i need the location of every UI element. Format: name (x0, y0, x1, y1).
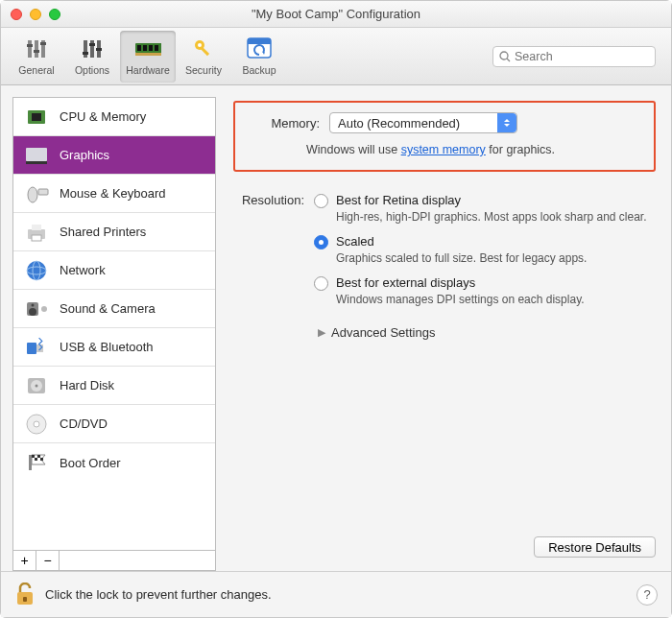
toolbar-general[interactable]: General (9, 31, 64, 83)
radio-icon[interactable] (314, 235, 328, 250)
window-title: "My Boot Camp" Configuration (1, 7, 671, 21)
sidebar: CPU & Memory Graphics Mouse & Keyboard S… (12, 97, 216, 571)
help-button[interactable]: ? (636, 584, 658, 606)
svg-line-24 (507, 59, 510, 61)
resolution-option-scaled[interactable]: Scaled Graphics scaled to full size. Bes… (314, 234, 656, 266)
ram-icon (134, 36, 161, 61)
radio-label: Best for Retina display (336, 193, 647, 207)
radio-desc: Windows manages DPI settings on each dis… (336, 292, 585, 307)
sidebar-item-network[interactable]: Network (13, 251, 215, 290)
printer-icon (23, 220, 50, 245)
remove-button[interactable]: − (36, 551, 60, 570)
toolbar-hardware[interactable]: Hardware (120, 31, 176, 83)
chevron-right-icon: ▶ (318, 326, 325, 339)
toolbar-security[interactable]: Security (176, 31, 231, 83)
radio-icon[interactable] (314, 276, 328, 291)
svg-point-29 (28, 187, 37, 202)
svg-rect-14 (143, 45, 147, 51)
lock-icon[interactable] (14, 582, 36, 607)
sidebar-item-label: CD/DVD (60, 416, 108, 431)
resolution-label: Resolution: (233, 193, 304, 340)
svg-rect-51 (35, 458, 37, 461)
svg-rect-5 (40, 42, 46, 45)
sidebar-item-sound-camera[interactable]: Sound & Camera (13, 290, 215, 328)
sidebar-item-boot-order[interactable]: Boot Order (13, 443, 215, 482)
toolbar: General Options Hardware Security Backup (1, 28, 671, 85)
sidebar-item-label: Hard Disk (60, 378, 114, 392)
radio-label: Best for external displays (336, 275, 585, 290)
detail-pane: Memory: Auto (Recommended) Windows will … (233, 97, 660, 571)
memory-select-value: Auto (Recommended) (338, 116, 460, 131)
radio-icon[interactable] (314, 194, 328, 208)
svg-rect-13 (137, 45, 141, 51)
svg-rect-33 (32, 235, 41, 241)
svg-point-39 (32, 303, 35, 306)
sidebar-item-cd-dvd[interactable]: CD/DVD (13, 405, 215, 443)
svg-point-40 (41, 306, 47, 312)
svg-rect-10 (89, 43, 95, 46)
svg-rect-30 (38, 189, 48, 195)
sidebar-item-graphics[interactable]: Graphics (13, 136, 215, 175)
svg-rect-54 (23, 597, 27, 602)
sidebar-item-shared-printers[interactable]: Shared Printers (13, 213, 215, 251)
usb-icon (23, 335, 50, 360)
globe-icon (23, 258, 50, 283)
add-button[interactable]: + (13, 551, 36, 570)
sidebar-item-cpu-memory[interactable]: CPU & Memory (13, 98, 215, 136)
search-input[interactable] (515, 50, 649, 63)
svg-rect-15 (149, 45, 153, 51)
sidebar-list: CPU & Memory Graphics Mouse & Keyboard S… (12, 97, 216, 550)
svg-rect-0 (28, 40, 32, 58)
toolbar-options[interactable]: Options (64, 31, 120, 83)
sidebar-item-hard-disk[interactable]: Hard Disk (13, 367, 215, 405)
svg-point-38 (29, 308, 36, 316)
svg-rect-9 (83, 52, 88, 55)
system-memory-link[interactable]: system memory (401, 143, 486, 156)
sidebar-item-label: Shared Printers (60, 225, 146, 239)
svg-rect-6 (84, 40, 87, 58)
toolbar-label: Options (75, 64, 109, 76)
memory-select[interactable]: Auto (Recommended) (329, 112, 517, 133)
svg-point-19 (198, 43, 202, 47)
mouse-icon (23, 181, 50, 206)
sliders-icon (23, 36, 50, 61)
resolution-option-external[interactable]: Best for external displays Windows manag… (314, 275, 656, 307)
refresh-icon (246, 36, 273, 61)
footer: Click the lock to prevent further change… (1, 571, 671, 617)
svg-rect-20 (201, 47, 209, 56)
search-field[interactable] (492, 46, 656, 67)
lock-text: Click the lock to prevent further change… (45, 587, 272, 602)
svg-rect-32 (32, 225, 41, 230)
memory-highlight: Memory: Auto (Recommended) Windows will … (233, 101, 656, 172)
sidebar-item-label: Sound & Camera (60, 301, 156, 316)
resolution-section: Resolution: Best for Retina display High… (233, 193, 656, 340)
memory-label: Memory: (249, 116, 320, 131)
sidebar-item-label: Graphics (60, 148, 109, 162)
sidebar-item-usb-bluetooth[interactable]: USB & Bluetooth (13, 328, 215, 367)
advanced-settings-disclosure[interactable]: ▶ Advanced Settings (314, 325, 656, 340)
disc-icon (23, 412, 50, 437)
svg-rect-52 (40, 458, 43, 461)
resolution-option-retina[interactable]: Best for Retina display High-res, high-D… (314, 193, 656, 225)
speaker-icon (23, 297, 50, 321)
titlebar: "My Boot Camp" Configuration (1, 1, 671, 28)
svg-rect-27 (26, 148, 47, 161)
restore-defaults-button[interactable]: Restore Defaults (534, 536, 656, 558)
svg-rect-26 (32, 113, 41, 121)
sidebar-item-label: Mouse & Keyboard (60, 186, 166, 201)
svg-rect-1 (35, 40, 38, 58)
select-arrows-icon (497, 113, 516, 132)
hdd-icon (23, 373, 50, 398)
svg-rect-7 (90, 40, 94, 58)
svg-rect-28 (26, 161, 47, 164)
gpu-icon (23, 143, 50, 168)
svg-rect-16 (155, 45, 158, 51)
toolbar-backup[interactable]: Backup (231, 31, 287, 83)
sidebar-item-mouse-keyboard[interactable]: Mouse & Keyboard (13, 175, 215, 213)
svg-point-47 (34, 421, 39, 427)
flag-icon (23, 450, 50, 475)
svg-rect-11 (96, 48, 102, 51)
svg-rect-17 (135, 53, 161, 56)
memory-desc: Windows will use system memory for graph… (249, 143, 640, 156)
svg-rect-50 (37, 455, 40, 458)
